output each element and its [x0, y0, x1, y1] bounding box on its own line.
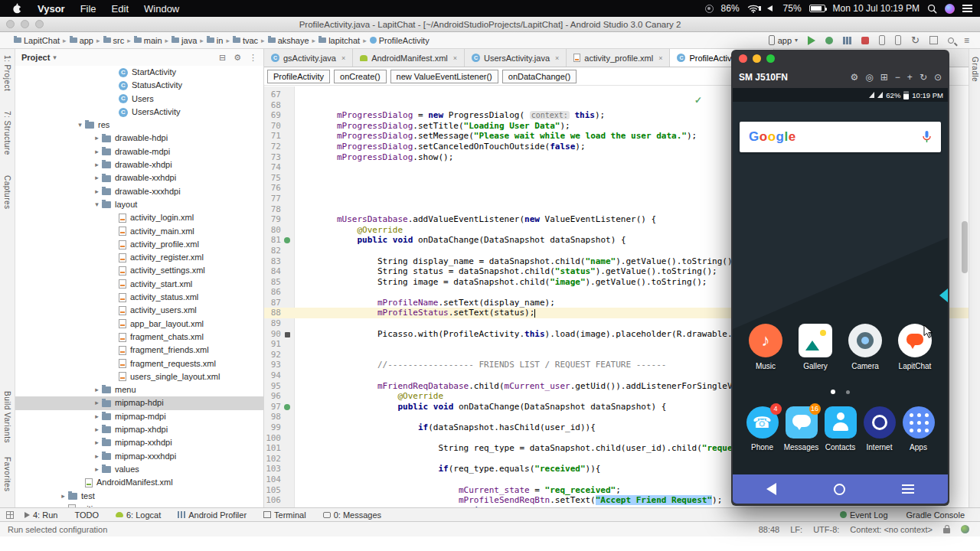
device-battery-percent[interactable]: 86%: [721, 3, 740, 14]
rotate-icon[interactable]: ↻: [920, 72, 927, 83]
run-config-selector[interactable]: app ▾: [769, 35, 798, 45]
tree-item-mipmap-mdpi[interactable]: ▸mipmap-mdpi: [15, 410, 263, 423]
record-icon[interactable]: [705, 5, 714, 13]
tree-expand-arrow[interactable]: ▸: [92, 132, 102, 145]
menu-window[interactable]: Window: [136, 3, 187, 15]
toolwindow-button-android-profiler[interactable]: Android Profiler: [178, 510, 247, 520]
run-icon[interactable]: [808, 36, 815, 45]
dock-shortcut-contacts[interactable]: Contacts: [821, 406, 860, 452]
volume-down-icon[interactable]: −: [895, 72, 900, 83]
tree-item-drawable-xxxhdpi[interactable]: ▸drawable-xxxhdpi: [15, 185, 263, 198]
tree-item-drawable-xhdpi[interactable]: ▸drawable-xhdpi: [15, 158, 263, 171]
stripe-button-build-variants[interactable]: Build Variants: [3, 391, 11, 443]
toolwindow-button-4-run[interactable]: 4: Run: [24, 510, 57, 520]
stripe-button--project[interactable]: 1: Project: [3, 55, 11, 91]
google-search-widget[interactable]: Google: [740, 122, 941, 152]
sdk-icon[interactable]: [929, 36, 938, 44]
tab-close-icon[interactable]: ×: [453, 54, 457, 62]
breadcrumb-item-lapitchat[interactable]: lapitchat: [318, 36, 360, 45]
toolwindow-button-event-log[interactable]: Event Log: [840, 510, 888, 520]
tree-expand-arrow[interactable]: ▸: [92, 423, 102, 436]
tree-item-activity-main-xml[interactable]: activity_main.xml: [15, 225, 263, 238]
editor-breadcrumb-item[interactable]: new ValueEventListener(): [390, 70, 498, 83]
tab-activity-profile-xml[interactable]: activity_profile.xml×: [567, 49, 670, 67]
app-shortcut-music[interactable]: ♪Music: [746, 324, 786, 370]
minimize-window-icon[interactable]: [753, 54, 761, 63]
project-view-selector[interactable]: Project: [21, 53, 50, 62]
breadcrumb-item-app[interactable]: app: [70, 36, 93, 45]
back-button-icon[interactable]: [766, 483, 776, 495]
mic-icon[interactable]: [922, 130, 932, 144]
file-encoding[interactable]: UTF-8:: [813, 525, 839, 534]
tree-expand-arrow[interactable]: ▸: [92, 450, 102, 463]
vysor-titlebar[interactable]: [731, 50, 949, 67]
home-button-icon[interactable]: [834, 484, 845, 495]
sync-icon[interactable]: ↻: [911, 37, 920, 44]
inspection-status-icon[interactable]: ✓: [694, 95, 702, 106]
power-icon[interactable]: ⊙: [934, 72, 942, 83]
app-shortcut-camera[interactable]: Camera: [845, 324, 885, 370]
tree-expand-arrow[interactable]: ▸: [92, 436, 102, 449]
tab-gsactivity-java[interactable]: CgsActivity.java×: [264, 49, 353, 67]
toolwindow-button-0-messages[interactable]: 0: Messages: [323, 510, 381, 520]
breadcrumb-item-profileactivity[interactable]: ProfileActivity: [370, 36, 430, 45]
device-screen[interactable]: 62% 10:19 PM Google ♪MusicGalleryCameraL…: [733, 88, 948, 504]
tree-item-fragment-chats-xml[interactable]: fragment_chats.xml: [15, 331, 263, 344]
settings-icon[interactable]: ⚙: [851, 72, 859, 83]
tree-item-androidmanifest-xml[interactable]: AndroidManifest.xml: [15, 476, 263, 489]
tree-expand-arrow[interactable]: ▸: [92, 463, 102, 476]
tree-item-activity-settings-xml[interactable]: activity_settings.xml: [15, 264, 263, 277]
tree-expand-arrow[interactable]: ▾: [92, 198, 102, 211]
tree-item-activity-users-xml[interactable]: activity_users.xml: [15, 304, 263, 317]
tree-item-startactivity[interactable]: CStartActivity: [15, 66, 263, 79]
editor-breadcrumb-item[interactable]: ProfileActivity: [267, 70, 330, 83]
tree-item-drawable-xxhdpi[interactable]: ▸drawable-xxhdpi: [15, 171, 263, 184]
tab-usersactivity-java[interactable]: CUsersActivity.java×: [465, 49, 567, 67]
dock-shortcut-apps[interactable]: Apps: [899, 406, 938, 452]
toolwindow-button-todo[interactable]: TODO: [74, 510, 99, 520]
breadcrumb-item-java[interactable]: java: [172, 36, 197, 45]
tree-item-fragment-friends-xml[interactable]: fragment_friends.xml: [15, 344, 263, 357]
battery-icon[interactable]: [809, 5, 825, 12]
tree-item-drawable-mdpi[interactable]: ▸drawable-mdpi: [15, 145, 263, 158]
stripe-button--structure[interactable]: 7: Structure: [3, 111, 11, 155]
tree-item-fragment-requests-xml[interactable]: fragment_requests.xml: [15, 357, 263, 370]
editor-breadcrumb-item[interactable]: onDataChange(): [502, 70, 577, 83]
tree-item-users-single-layout-xml[interactable]: users_single_layout.xml: [15, 370, 263, 383]
breadcrumb-item-main[interactable]: main: [134, 36, 162, 45]
tree-expand-arrow[interactable]: ▸: [92, 410, 102, 423]
fullscreen-icon[interactable]: ⊞: [880, 72, 888, 83]
prof-icon[interactable]: [843, 37, 851, 44]
tab-close-icon[interactable]: ×: [341, 54, 345, 62]
context-widget[interactable]: Context: <no context>: [850, 525, 933, 534]
spotlight-search-icon[interactable]: [927, 4, 937, 14]
tree-item-users[interactable]: CUsers: [15, 93, 263, 106]
stripe-button-favorites[interactable]: Favorites: [3, 457, 11, 492]
tree-item-activity-profile-xml[interactable]: activity_profile.xml: [15, 238, 263, 251]
tree-expand-arrow[interactable]: ▾: [75, 119, 85, 132]
tree-item-activity-status-xml[interactable]: activity_status.xml: [15, 291, 263, 304]
breadcrumb-item-tvac[interactable]: tvac: [233, 36, 258, 45]
chevron-down-icon[interactable]: ▾: [53, 54, 57, 61]
stop-icon[interactable]: [861, 37, 869, 44]
tab-close-icon[interactable]: ×: [658, 54, 662, 62]
close-window-icon[interactable]: [739, 54, 747, 63]
volume-icon[interactable]: [767, 5, 773, 11]
tab-androidmanifest-xml[interactable]: AndroidManifest.xml×: [353, 49, 465, 67]
panel-more-icon[interactable]: ⋮: [249, 53, 257, 63]
dock-shortcut-messages[interactable]: 16Messages: [782, 406, 821, 452]
toolwindow-button-terminal[interactable]: Terminal: [263, 510, 306, 520]
toolwindow-toggle-icon[interactable]: [6, 511, 14, 519]
tree-expand-arrow[interactable]: ▸: [92, 171, 102, 184]
attach-icon[interactable]: [879, 35, 885, 45]
collapse-all-icon[interactable]: ⊟: [219, 53, 226, 63]
layers-icon[interactable]: ≡: [964, 35, 969, 46]
volume-up-icon[interactable]: +: [907, 72, 913, 83]
avd-icon[interactable]: [895, 35, 901, 45]
tree-item-activity-login-xml[interactable]: activity_login.xml: [15, 211, 263, 224]
tree-item-layout[interactable]: ▾layout: [15, 198, 263, 211]
lock-icon[interactable]: [943, 528, 950, 533]
tree-expand-arrow[interactable]: ▸: [92, 185, 102, 198]
menubar-clock[interactable]: Mon 10 Jul 10:19 PM: [833, 3, 920, 14]
tree-item-res[interactable]: ▾res: [15, 119, 263, 132]
